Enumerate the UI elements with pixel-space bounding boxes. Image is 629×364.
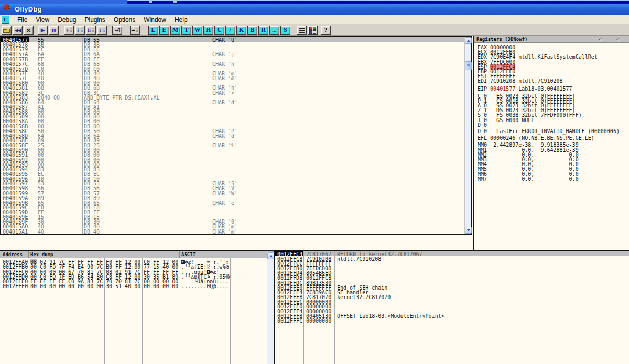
stack-row[interactable]: 0012FFFC00000000 — [275, 318, 629, 323]
register-line[interactable]: A 0 SS 0023 32bit 0(FFFFFFFF) — [478, 103, 629, 107]
stack-row[interactable]: 0012FFE87C817070kernel32.7C817070 — [275, 294, 629, 299]
register-line[interactable]: MM3 0.0, 0.0 — [478, 157, 629, 161]
hex-dump-scrollbar[interactable] — [267, 252, 274, 364]
register-line[interactable]: O 0 LastErr ERROR_INVALID_HANDLE (000000… — [478, 128, 629, 133]
disassembly-scrollbar[interactable] — [464, 37, 471, 234]
menu-item-view[interactable]: View — [31, 15, 53, 25]
stack-row[interactable]: 0012FFE47C839AC0SE handler — [275, 290, 629, 294]
help-button[interactable]: ? — [321, 26, 331, 35]
threads-button[interactable]: T — [181, 26, 191, 35]
disasm-row[interactable]: 0040157A6ADB 6ACHAR 'j' — [1, 51, 464, 56]
register-line[interactable]: ESP 0012FFC4 — [478, 64, 629, 69]
disasm-row[interactable]: 004015832040 00AND BYTE PTR DS:[EAX],AL — [1, 95, 464, 100]
disasm-row[interactable]: 00401579ECDB EC — [1, 47, 464, 51]
breakpoints-button[interactable]: B — [247, 26, 257, 35]
stack-row[interactable]: 0012FFC87C910208ntdll.7C910208 — [275, 256, 629, 261]
cpu-child-window-icon[interactable]: C — [2, 16, 9, 24]
disasm-row[interactable]: 004015823CDB 3CCHAR '<' — [1, 90, 464, 95]
register-line[interactable]: P 1 CS 001B 32bit 0(FFFFFFFF) — [478, 98, 629, 103]
disasm-row[interactable]: 0040158A00DB 00 — [1, 118, 464, 123]
disasm-row[interactable]: 0040158900DB 00 — [1, 114, 464, 118]
menu-item-window[interactable]: Window — [139, 15, 170, 25]
stack-row[interactable]: 0012FFE0FFFFFFFFEnd of SEH chain — [275, 285, 629, 290]
disasm-row[interactable]: 0040158E89DB 89 — [1, 138, 464, 142]
step-over-button[interactable]: ↓⋮ — [75, 26, 85, 35]
disasm-row[interactable]: 0040159753DB 53CHAR 'S' — [1, 181, 464, 185]
disasm-row[interactable]: 0040159200DB 00 — [1, 157, 464, 162]
menu-item-debug[interactable]: Debug — [53, 15, 80, 25]
call-stack-button[interactable]: K — [236, 26, 246, 35]
stack-row[interactable]: 0012FFEC00000000 — [275, 299, 629, 304]
register-line[interactable]: EAX 00000000 — [478, 45, 629, 49]
disasm-row[interactable]: 0040159100DB 00 — [1, 152, 464, 157]
disasm-row[interactable]: 0040158B00DB 00 — [1, 124, 464, 128]
disasm-row[interactable]: 004015788BDB 8B — [1, 42, 464, 47]
disasm-row[interactable]: 00401595ECDB EC — [1, 171, 464, 176]
disasm-row[interactable]: 0040158168DB 68CHAR 'h' — [1, 85, 464, 90]
register-line[interactable]: EBP 0012FFF0 — [478, 69, 629, 73]
register-line[interactable]: EDX 7C90E4F4 ntdll.KiFastSystemCallRet — [478, 54, 629, 59]
disasm-row[interactable]: 0040159DFFDB FF — [1, 209, 464, 214]
stack-row[interactable]: 0012FFD80012FFC8 — [275, 275, 629, 280]
disasm-row[interactable]: 0040158664DB 64CHAR 'd' — [1, 100, 464, 104]
disasm-row[interactable]: 00401587A1DB A1 — [1, 104, 464, 109]
stack-row[interactable]: 0012FFDC89B13530 — [275, 280, 629, 285]
disasm-row[interactable]: 0040158800DB 00 — [1, 109, 464, 114]
disasm-row[interactable]: 0040157755DB 55CHAR 'U' — [1, 37, 464, 42]
disasm-row[interactable]: 004015A040DB 40CHAR '@' — [1, 224, 464, 228]
run-trace-button[interactable]: ... — [269, 26, 279, 35]
register-line[interactable]: MM6 0.0, 0.0 — [478, 171, 629, 176]
disasm-row[interactable]: 0040159F30DB 30CHAR '0' — [1, 219, 464, 224]
stack-row[interactable]: 0012FFC47C817067RETURN to kernel32.7C817… — [275, 251, 629, 256]
register-line[interactable]: MM1 0.0, 9.642881e-39 — [478, 147, 629, 152]
hex-dump-row[interactable]: 0012FFA008 02 91 7CFF FF FF FFF0 FF 12 0… — [0, 259, 267, 264]
execute-till-return-button[interactable]: →] — [112, 26, 122, 35]
hex-dump-row[interactable]: 0012FFF000 00 00 0000 00 00 0030 51 40 0… — [0, 283, 267, 288]
hex-dump-row[interactable]: 0012FFC000 00 00 0067 70 81 7C08 02 91 7… — [0, 269, 267, 274]
register-line[interactable]: S 0 FS 003B 32bit 7FFDF000(FFF) — [478, 112, 629, 117]
disasm-row[interactable]: 004015A140DB 40CHAR '@' — [1, 229, 464, 234]
register-line[interactable]: Z 1 DS 0023 32bit 0(FFFFFFFF) — [478, 107, 629, 112]
disasm-row[interactable]: 0040159856DB 56CHAR 'V' — [1, 185, 464, 190]
cpu-window-button[interactable]: C — [214, 26, 224, 35]
step-into-button[interactable]: ↴⋮ — [64, 26, 74, 35]
disasm-row[interactable]: 0040159CE8DB E8 — [1, 205, 464, 209]
memory-map-button[interactable]: M — [170, 26, 180, 35]
appearance-button[interactable] — [308, 26, 318, 35]
disasm-row[interactable]: 0040158000DB 00 — [1, 80, 464, 85]
register-line[interactable]: MM4 0.0, 0.0 — [478, 161, 629, 166]
run-button[interactable]: ▶ — [38, 26, 48, 35]
disasm-row[interactable]: 0040159300DB 00 — [1, 162, 464, 167]
animate-into-button[interactable]: ⇊⋮ — [86, 26, 96, 35]
stack-row[interactable]: 0012FFD48054B6ED — [275, 270, 629, 275]
disasm-row[interactable]: 0040158D64DB 64CHAR 'd' — [1, 133, 464, 138]
register-line[interactable]: MM0 2.442897e-38, 9.918385e-39 — [478, 142, 629, 147]
disasm-row[interactable]: 0040159A89DB 89 — [1, 195, 464, 200]
register-line[interactable]: EDI 7C910208 ntdll.7C910208 — [478, 78, 629, 83]
register-line[interactable]: ECX 0012FFB0 — [478, 49, 629, 54]
disasm-row[interactable]: 0040157DC0DB C0 — [1, 66, 464, 71]
executable-modules-button[interactable]: E — [159, 26, 169, 35]
disasm-row[interactable]: 0040159610DB 10 — [1, 176, 464, 181]
disasm-row[interactable]: 0040159B65DB 65CHAR 'e' — [1, 200, 464, 205]
stack-row[interactable]: 0012FFD07FFDC000 — [275, 266, 629, 270]
disasm-row[interactable]: 0040158F25DB 25CHAR '%' — [1, 142, 464, 147]
hex-dump-row[interactable]: 0012FFB000 C0 FD 7FF4 E4 90 7CB0 FF 12 0… — [0, 264, 267, 269]
stack-row[interactable]: 0012FFF800405130OFFSET Lab18-03.<ModuleE… — [275, 313, 629, 318]
menu-item-plugins[interactable]: Plugins — [81, 15, 110, 25]
disasm-row[interactable]: 0040159483DB 83 — [1, 167, 464, 171]
disasm-row[interactable]: 0040157C68DB 68CHAR 'h' — [1, 61, 464, 66]
references-button[interactable]: R — [258, 26, 268, 35]
go-to-address-button[interactable]: →⋮ — [130, 26, 140, 35]
register-line[interactable]: MM7 0.0, 0.0 — [478, 176, 629, 181]
hex-dump-row[interactable]: 0012FFE0FF FF FF FFC0 9A 83 7C70 70 81 7… — [0, 279, 267, 283]
hex-dump-row[interactable]: 0012FFD000 C0 FD 7FED B6 54 80C8 FF 12 0… — [0, 274, 267, 279]
menu-item-options[interactable]: Options — [110, 15, 139, 25]
scroll-up-button[interactable] — [267, 252, 274, 259]
disasm-row[interactable]: 0040159000DB 00 — [1, 147, 464, 152]
register-line[interactable]: MM5 0.0, 0.0 — [478, 166, 629, 171]
disasm-row[interactable]: 0040157BFFDB FF — [1, 57, 464, 61]
animate-over-button[interactable]: ⇓⋮ — [97, 26, 107, 35]
disasm-row[interactable]: 0040158C50DB 50CHAR 'P' — [1, 128, 464, 133]
disasm-row[interactable]: 0040159957DB 57CHAR 'W' — [1, 191, 464, 195]
